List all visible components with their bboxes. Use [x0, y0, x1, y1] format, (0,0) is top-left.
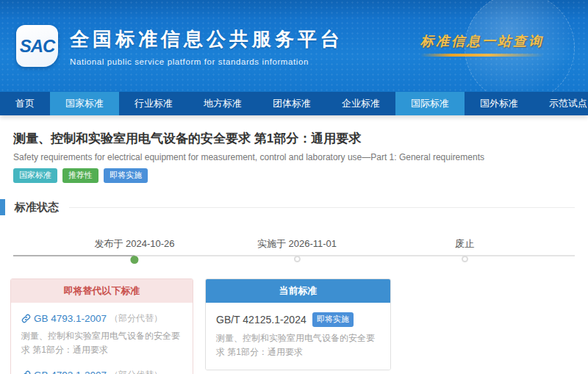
- tag-recommended: 推荐性: [62, 168, 98, 183]
- nav-item-home[interactable]: 首页: [0, 92, 50, 115]
- section-marker: [0, 199, 5, 215]
- status-section-title: 标准状态: [15, 201, 59, 215]
- main-content: 测量、控制和实验室用电气设备的安全要求 第1部分：通用要求 Safety req…: [0, 115, 588, 374]
- tag-upcoming: 即将实施: [104, 168, 148, 183]
- nav-item-industry-standards[interactable]: 行业标准: [119, 92, 188, 115]
- standard-cards: 即将替代以下标准 GB 4793.1-2007 （部分代替） 测量、控制和实: [0, 270, 588, 374]
- standard-title-en: Safety requirements for electrical equip…: [0, 147, 588, 162]
- main-nav: 首页 国家标准 行业标准 地方标准 团体标准 企业标准 国际标准 国外标准 示范…: [0, 92, 588, 115]
- nav-item-international-standards[interactable]: 国际标准: [395, 92, 465, 115]
- nav-item-foreign-standards[interactable]: 国外标准: [465, 92, 534, 115]
- card-replaced-header: 即将替代以下标准: [11, 279, 193, 303]
- link-icon: [21, 314, 31, 323]
- standard-title: 测量、控制和实验室用电气设备的安全要求 第1部分：通用要求: [0, 127, 588, 147]
- timeline-dot-published: [131, 256, 139, 264]
- replaced-entry: GB 4793.1-2007 （部分代替） 测量、控制和实验室用电气设备的安全要…: [21, 369, 182, 374]
- replaced-standard-link[interactable]: GB 4793.1-2007: [34, 370, 107, 374]
- nav-item-national-standards[interactable]: 国家标准: [50, 92, 119, 115]
- current-standard-code: GB/T 42125.1-2024: [216, 314, 306, 326]
- site-subtitle: National public service platform for sta…: [70, 57, 343, 66]
- replaced-standard-link[interactable]: GB 4793.1-2007: [34, 313, 107, 324]
- nav-item-local-standards[interactable]: 地方标准: [188, 92, 257, 115]
- timeline-label-abolished: 废止: [455, 237, 474, 251]
- timeline-dot-effective: [294, 256, 301, 262]
- replaced-standard-desc: 测量、控制和实验室用电气设备的安全要求 第1部分：通用要求: [21, 329, 182, 356]
- timeline-point-effective: 实施于 2026-11-01: [257, 237, 337, 262]
- link-icon: [21, 370, 31, 374]
- card-replaced-standards: 即将替代以下标准 GB 4793.1-2007 （部分代替） 测量、控制和实: [10, 278, 193, 374]
- sac-logo[interactable]: SAC: [16, 25, 58, 67]
- current-standard-desc: 测量、控制和实验室用电气设备的安全要求 第1部分：通用要求: [216, 331, 380, 359]
- replaced-standard-note: （部分代替）: [110, 369, 162, 374]
- current-standard-badge: 即将实施: [312, 312, 354, 327]
- timeline-point-published: 发布于 2024-10-26: [94, 237, 174, 264]
- timeline-dot-abolished: [462, 256, 468, 262]
- slogan-underline: [420, 54, 544, 57]
- nav-item-enterprise-standards[interactable]: 企业标准: [326, 92, 395, 115]
- replaced-standard-note: （部分代替）: [110, 312, 162, 325]
- site-title: 全国标准信息公共服务平台: [70, 26, 343, 52]
- site-title-block: 全国标准信息公共服务平台 National public service pla…: [70, 26, 343, 66]
- section-divider: [69, 207, 575, 208]
- card-current-standard: 当前标准 GB/T 42125.1-2024 即将实施 测量、控制和实验室用电气…: [205, 278, 391, 370]
- nav-item-group-standards[interactable]: 团体标准: [257, 92, 326, 115]
- status-section-header: 标准状态: [0, 199, 588, 215]
- slogan-block: 标准信息一站查询: [420, 32, 544, 57]
- sac-logo-text: SAC: [20, 36, 55, 57]
- nav-item-pilot-demo[interactable]: 示范试点: [534, 92, 588, 115]
- site-header: SAC 全国标准信息公共服务平台 National public service…: [0, 0, 588, 92]
- timeline-label-published: 发布于 2024-10-26: [94, 237, 174, 251]
- timeline-label-effective: 实施于 2026-11-01: [257, 237, 337, 251]
- status-timeline: 发布于 2024-10-26 实施于 2026-11-01 废止: [0, 227, 588, 270]
- tag-national-standard: 国家标准: [13, 168, 57, 183]
- timeline-point-abolished: 废止: [455, 237, 474, 262]
- standard-tags: 国家标准 推荐性 即将实施: [0, 162, 588, 183]
- replaced-entry: GB 4793.1-2007 （部分代替） 测量、控制和实验室用电气设备的安全要…: [21, 312, 182, 356]
- card-current-header: 当前标准: [206, 279, 390, 303]
- slogan-text: 标准信息一站查询: [420, 32, 544, 50]
